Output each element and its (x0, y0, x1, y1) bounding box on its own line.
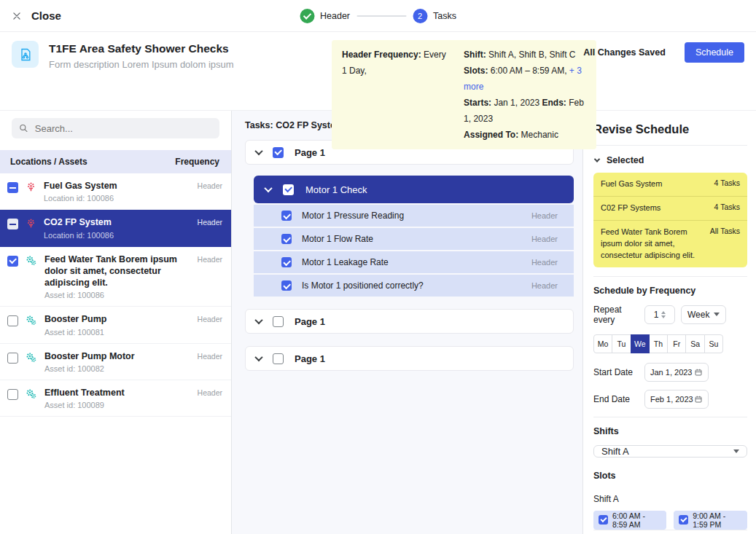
task-row-leakage-rate[interactable]: Motor 1 Leakage Rate Header (254, 251, 574, 273)
checkbox-indeterminate[interactable] (7, 182, 18, 193)
shift-select[interactable]: Shift A (593, 445, 747, 458)
task-row-flow-rate[interactable]: Motor 1 Flow Rate Header (254, 228, 574, 250)
schedule-button[interactable]: Schedule (685, 42, 744, 63)
day-button-we[interactable]: We (631, 334, 650, 353)
asset-row-effluent-treatment[interactable]: Effluent Treatment Asset id: 100089 Head… (0, 380, 231, 417)
locations-panel: Locations / Assets Frequency Fuel Gas Sy… (0, 111, 232, 534)
shift-select-value: Shift A (601, 446, 629, 457)
shift-label: Shift: (464, 50, 486, 60)
asset-row-booster-pump[interactable]: Booster Pump Asset id: 100081 Header (0, 307, 231, 343)
shift-value: Shift A, Shift B, Shift C (488, 50, 575, 60)
checkbox-checked[interactable] (281, 280, 292, 291)
revise-schedule-panel: Revise Schedule Selected Fuel Gas System… (583, 111, 756, 534)
step-header-label: Header (320, 11, 350, 21)
selected-items-box: Fuel Gas System 4 Tasks C02 FP Systems 4… (593, 173, 747, 267)
asset-id: Asset id: 100082 (44, 364, 135, 373)
chevron-down-icon[interactable] (254, 353, 262, 361)
slot-chip-morning[interactable]: 6:00 AM - 8:59 AM (593, 511, 666, 530)
close-label: Close (31, 9, 61, 22)
selected-item: Fuel Gas System 4 Tasks (593, 173, 747, 197)
checkbox-checked[interactable] (273, 147, 284, 158)
task-label: Motor 1 Flow Rate (302, 234, 373, 244)
start-date-label: Start Date (593, 367, 644, 377)
checkbox-unchecked[interactable] (7, 353, 18, 364)
page-card-collapsed[interactable]: Page 1 (245, 309, 574, 334)
task-row-positioned-correctly[interactable]: Is Motor 1 positioned correctly? Header (254, 275, 574, 297)
chevron-down-icon[interactable] (254, 316, 262, 324)
gears-icon (26, 315, 37, 326)
checkbox-unchecked[interactable] (7, 389, 18, 400)
summary-assigned: Assigned To: Mechanic (464, 127, 586, 143)
starts-value: Jan 1, 2023 (494, 98, 539, 108)
chevron-down-icon[interactable] (264, 184, 272, 192)
locations-list-header: Locations / Assets Frequency (0, 150, 231, 173)
selected-collapse-toggle[interactable]: Selected (593, 146, 747, 173)
selected-item-name: Fuel Gas System (601, 178, 662, 190)
selected-label: Selected (607, 155, 644, 165)
repeat-unit-select[interactable]: Week (681, 305, 726, 324)
asset-row-booster-pump-motor[interactable]: Booster Pump Motor Asset id: 100082 Head… (0, 344, 231, 380)
locations-column-label: Locations / Assets (10, 157, 87, 167)
asset-row-co2-fp-system[interactable]: CO2 FP System Location id: 100086 Header (0, 210, 231, 246)
assigned-label: Assigned To: (464, 130, 518, 140)
section-motor-1-check[interactable]: Motor 1 Check (254, 176, 574, 203)
checkbox-checked[interactable] (599, 515, 608, 525)
schedule-summary: Header Frequency: Every 1 Day, Shift: Sh… (332, 40, 596, 149)
checkbox-checked[interactable] (281, 211, 292, 221)
calendar-icon (694, 395, 703, 404)
close-icon (12, 11, 22, 21)
asset-row-feed-water-tank[interactable]: Feed Water Tank Borem ipsum dolor sit am… (0, 247, 231, 307)
day-button-tu[interactable]: Tu (612, 334, 631, 353)
end-date-label: End Date (593, 394, 644, 404)
asset-name: CO2 FP System (44, 216, 114, 228)
day-button-sa[interactable]: Sa (685, 334, 704, 353)
checkbox-unchecked[interactable] (273, 353, 284, 364)
asset-frequency: Header (198, 218, 222, 227)
checkbox-checked[interactable] (281, 257, 292, 267)
step-tasks[interactable]: 2 Tasks (413, 9, 456, 23)
selected-item-count: 4 Tasks (714, 178, 740, 187)
task-row-pressure-reading[interactable]: Motor 1 Pressure Reading Header (254, 205, 574, 227)
day-button-su[interactable]: Su (704, 334, 723, 353)
checkbox-checked[interactable] (7, 256, 18, 267)
task-frequency: Header (531, 211, 558, 220)
slot-chip-label: 9:00 AM - 1:59 PM (693, 511, 742, 529)
checkbox-checked[interactable] (281, 234, 292, 244)
asset-id: Location id: 100086 (44, 231, 114, 240)
day-button-mo[interactable]: Mo (593, 334, 612, 353)
checkbox-unchecked[interactable] (273, 316, 284, 327)
repeat-count-stepper[interactable]: 1 (644, 305, 675, 324)
calendar-icon (694, 368, 703, 377)
step-complete-check-icon (300, 9, 314, 23)
close-button[interactable]: Close (12, 9, 61, 22)
checkbox-checked-inverse[interactable] (283, 184, 294, 195)
asset-row-fuel-gas-system[interactable]: Fuel Gas System Location id: 100086 Head… (0, 173, 231, 210)
page-card-collapsed[interactable]: Page 1 (245, 346, 574, 371)
day-button-th[interactable]: Th (649, 334, 668, 353)
gears-icon (26, 255, 37, 267)
end-date-picker[interactable]: Feb 1, 2023 (644, 390, 709, 409)
checkbox-indeterminate[interactable] (7, 219, 18, 229)
asset-frequency: Header (198, 388, 222, 397)
chevron-down-icon[interactable] (254, 147, 262, 155)
chevron-down-icon (594, 156, 600, 162)
search-box[interactable] (12, 118, 219, 138)
slot-chip-afternoon[interactable]: 9:00 AM - 1:59 PM (674, 511, 747, 530)
stepper: Header 2 Tasks (300, 0, 456, 32)
search-input[interactable] (35, 123, 212, 134)
slots-label: Slots: (464, 66, 488, 76)
form-subtitle: Form description Lorem Ipsum dolom ipsum (49, 59, 234, 70)
task-frequency: Header (531, 235, 558, 243)
checkbox-unchecked[interactable] (7, 315, 18, 326)
step-header[interactable]: Header (300, 9, 350, 23)
end-date-value: Feb 1, 2023 (650, 395, 693, 404)
page-label: Page 1 (295, 316, 325, 327)
task-label: Motor 1 Leakage Rate (302, 257, 389, 267)
task-frequency: Header (531, 258, 558, 267)
asset-name: Booster Pump Motor (44, 350, 135, 362)
start-date-picker[interactable]: Jan 1, 2023 (644, 363, 709, 382)
checkbox-checked[interactable] (679, 515, 688, 525)
day-button-fr[interactable]: Fr (667, 334, 686, 353)
stepper-arrows-icon[interactable] (661, 311, 666, 318)
tasks-panel: Tasks: CO2 FP System Frequency Page 1 Mo… (232, 111, 583, 534)
